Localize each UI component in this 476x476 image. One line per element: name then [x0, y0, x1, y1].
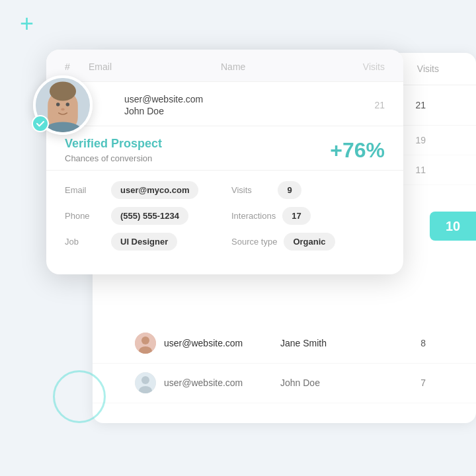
prospect-section: Verified Prospect Chances of conversion …	[46, 126, 403, 171]
prospect-info: Verified Prospect Chances of conversion	[65, 137, 162, 163]
svg-point-7	[141, 376, 149, 384]
prospect-title: Verified Prospect	[65, 137, 162, 151]
details-grid: Email user@myco.com Visits 9 Phone (555)…	[46, 171, 403, 261]
row-email: user@website.com	[164, 338, 243, 348]
profile-visits: 21	[374, 100, 385, 110]
detail-email-label: Email	[65, 185, 104, 195]
row-name: John Doe	[280, 377, 386, 388]
svg-point-11	[50, 81, 76, 100]
detail-interactions-label: Interactions	[231, 211, 276, 221]
card-table-header: # Email Name Visits	[46, 50, 403, 82]
svg-point-4	[141, 337, 149, 344]
detail-visits-label: Visits	[231, 185, 271, 195]
card-col-name: Name	[221, 61, 320, 72]
detail-visits: Visits 9	[231, 181, 385, 199]
detail-interactions: Interactions 17	[231, 207, 385, 225]
row-visits: 8	[386, 338, 426, 348]
table-row: user@website.com John Doe 7	[93, 363, 476, 403]
profile-row: user@website.com John Doe 21	[46, 82, 403, 126]
detail-email: Email user@myco.com	[65, 181, 218, 199]
avatar	[135, 333, 156, 354]
row-visits: 7	[386, 377, 426, 388]
detail-email-value: user@myco.com	[111, 181, 198, 199]
row-email: user@website.com	[164, 377, 243, 388]
prospect-subtitle: Chances of conversion	[65, 153, 162, 163]
detail-source: Source type Organic	[231, 233, 385, 251]
detail-job-value: UI Designer	[111, 233, 177, 251]
detail-job: Job UI Designer	[65, 233, 218, 251]
row-name: Jane Smith	[280, 338, 386, 348]
card-col-email: Email	[89, 61, 221, 72]
profile-email: user@website.com	[124, 94, 374, 104]
profile-card: # Email Name Visits	[46, 50, 403, 274]
highlight-badge: 10	[430, 212, 476, 241]
card-col-hash: #	[65, 61, 89, 72]
verified-badge	[32, 115, 49, 132]
detail-source-label: Source type	[231, 237, 277, 247]
conversion-rate: +76%	[330, 138, 385, 163]
svg-point-15	[66, 102, 69, 106]
detail-phone-label: Phone	[65, 211, 104, 221]
detail-source-value: Organic	[284, 233, 335, 251]
svg-point-16	[61, 108, 64, 111]
table-row: user@website.com Jane Smith 8	[93, 323, 476, 364]
card-col-visits: Visits	[320, 61, 385, 72]
detail-phone-value: (555) 555-1234	[111, 207, 188, 225]
detail-phone: Phone (555) 555-1234	[65, 207, 218, 225]
plus-icon: +	[20, 12, 34, 36]
detail-job-label: Job	[65, 237, 104, 247]
detail-visits-value: 9	[278, 181, 301, 199]
detail-interactions-value: 17	[282, 207, 310, 225]
profile-name: John Doe	[124, 106, 374, 116]
avatar	[135, 372, 156, 393]
svg-point-14	[56, 102, 60, 106]
profile-info: user@website.com John Doe	[124, 94, 374, 116]
circle-decoration	[53, 370, 106, 423]
